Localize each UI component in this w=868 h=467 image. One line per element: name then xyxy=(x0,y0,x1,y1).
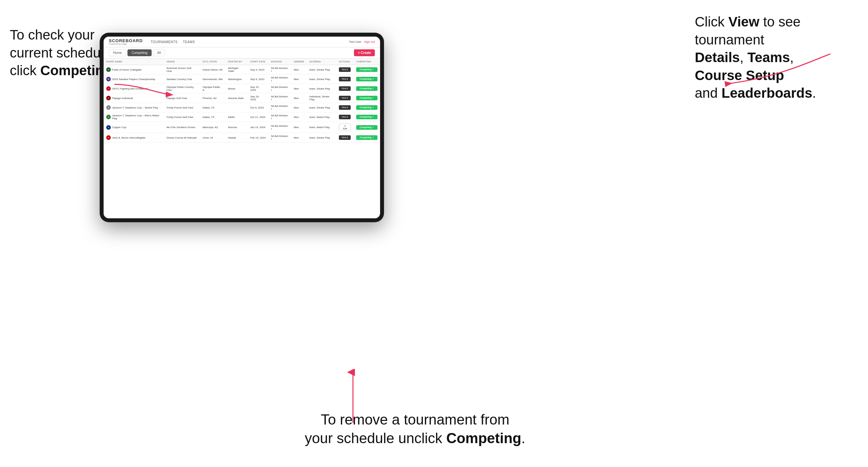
cell-gender: Men xyxy=(291,65,307,74)
table-row: H John A. Burns Intercollegiate Ocean Co… xyxy=(103,133,380,143)
cell-start-date: Oct 9, 2023 xyxy=(248,103,268,113)
cell-gender: Men xyxy=(291,103,307,113)
cell-hosted-by: Washington xyxy=(225,74,248,84)
cell-competing: Competing ✓ xyxy=(353,84,380,93)
team-icon: I xyxy=(106,86,111,91)
cell-venue: Trinity Forest Golf Club xyxy=(164,113,200,122)
team-icon: J xyxy=(106,105,111,110)
cell-gender: Men xyxy=(291,74,307,84)
competing-button[interactable]: Competing ✓ xyxy=(356,135,377,140)
cell-start-date: Feb 15, 2024 xyxy=(248,133,268,143)
nav-tournaments[interactable]: TOURNAMENTS xyxy=(151,40,178,44)
cell-hosted-by: Illinois xyxy=(225,84,248,93)
col-venue: VENUE xyxy=(164,59,200,65)
col-actions: ACTIONS xyxy=(336,59,354,65)
cell-scoring: team, Match Play xyxy=(307,113,336,122)
event-name-text: John A. Burns Intercollegiate xyxy=(112,136,146,139)
cell-actions: View ℹ xyxy=(336,74,354,84)
cell-city-state: Grand Haven, MI xyxy=(200,65,225,74)
cell-start-date: Sep 4, 2023 xyxy=(248,65,268,74)
nav-links: TOURNAMENTS TEAMS xyxy=(151,40,195,44)
annotation-top-right: Click View to see tournament Details, Te… xyxy=(695,13,858,102)
competing-button[interactable]: Competing ✓ xyxy=(356,77,377,82)
team-icon: W xyxy=(106,77,111,82)
table-header-row: EVENT NAME VENUE CITY, STATE HOSTED BY S… xyxy=(103,59,380,65)
cell-hosted-by: Arizona State xyxy=(225,93,248,103)
cell-gender: Men xyxy=(291,122,307,133)
cell-scoring: team, Stroke Play xyxy=(307,103,336,113)
team-icon: S xyxy=(106,67,111,72)
table-row: J Jackson T. Stephens Cup – Stroke Play … xyxy=(103,103,380,113)
cell-event-name: J Jackson T. Stephens Cup – Stroke Play xyxy=(103,103,164,113)
team-icon: H xyxy=(106,135,111,140)
competing-button[interactable]: Competing ✓ xyxy=(356,105,377,110)
cell-venue: American Dunes Golf Club xyxy=(164,65,200,74)
tab-all[interactable]: All xyxy=(153,49,165,56)
cell-venue: Papago Golf Club xyxy=(164,93,200,103)
event-name-text: Folds of Honor Collegiate xyxy=(112,68,142,71)
cell-hosted-by: Hawaii xyxy=(225,133,248,143)
cell-gender: Men xyxy=(291,133,307,143)
col-competing: COMPETING xyxy=(353,59,380,65)
cell-city-state: Sammamish, WA xyxy=(200,74,225,84)
cell-city-state: Phoenix, AZ xyxy=(200,93,225,103)
cell-gender: Men xyxy=(291,113,307,122)
team-icon: J xyxy=(106,115,111,119)
cell-scoring: team, Stroke Play xyxy=(307,65,336,74)
tablet-screen: SCOREBOARD Powered by clippi TOURNAMENTS… xyxy=(103,37,380,218)
competing-button[interactable]: Competing ✓ xyxy=(356,115,377,119)
cell-competing: Competing ✓ xyxy=(353,103,380,113)
cell-venue: Sahalee Country Club xyxy=(164,74,200,84)
col-city-state: CITY, STATE xyxy=(200,59,225,65)
view-button[interactable]: View ℹ xyxy=(339,67,351,72)
cell-city-state: Dallas, TX xyxy=(200,103,225,113)
edit-button[interactable]: ✏ Edit xyxy=(339,124,351,131)
create-button[interactable]: + Create xyxy=(354,49,375,56)
col-start-date: START DATE xyxy=(248,59,268,65)
cell-competing: Competing ✓ xyxy=(353,93,380,103)
cell-city-state: Lihue, HI xyxy=(200,133,225,143)
cell-start-date: Sep 15, 2023 xyxy=(248,84,268,93)
event-name-text: 2023 Sahalee Players Championship xyxy=(112,78,155,81)
view-button[interactable]: View ℹ xyxy=(339,115,351,119)
cell-hosted-by: Arizona xyxy=(225,122,248,133)
cell-competing: Competing ✓ xyxy=(353,74,380,84)
cell-division: NCAA Division I xyxy=(268,113,291,122)
cell-division: NCAA Division I xyxy=(268,122,291,133)
event-name-text: Jackson T. Stephens Cup – Stroke Play xyxy=(112,106,158,109)
cell-actions: View ℹ xyxy=(336,103,354,113)
view-button[interactable]: View ℹ xyxy=(339,86,351,91)
filters-bar: Home Competing All + Create xyxy=(103,48,380,59)
competing-button[interactable]: Competing ✓ xyxy=(356,67,377,72)
tab-competing[interactable]: Competing xyxy=(127,49,152,56)
table-row: A Copper Cup Ak-Chin Southern DunesMaric… xyxy=(103,122,380,133)
cell-division: NCAA Division I xyxy=(268,65,291,74)
view-button[interactable]: View ℹ xyxy=(339,105,351,110)
cell-competing: Competing ✓ xyxy=(353,122,380,133)
cell-venue: Trinity Forest Golf Club xyxy=(164,103,200,113)
cell-event-name: A Copper Cup xyxy=(103,122,164,133)
user-label: Test User xyxy=(349,40,362,43)
tab-home[interactable]: Home xyxy=(109,49,126,56)
cell-division: NCAA Division I xyxy=(268,103,291,113)
cell-scoring: team, Stroke Play xyxy=(307,74,336,84)
cell-start-date: Jan 14, 2024 xyxy=(248,122,268,133)
view-button[interactable]: View ℹ xyxy=(339,77,351,82)
competing-button[interactable]: Competing ✓ xyxy=(356,125,377,130)
cell-hosted-by: Michigan State xyxy=(225,65,248,74)
cell-city-state: Olympia Fields, IL xyxy=(200,84,225,93)
cell-event-name: A Papago Individual xyxy=(103,93,164,103)
powered-by-label: Powered by clippi xyxy=(109,43,143,45)
cell-division: NCAA Division I xyxy=(268,93,291,103)
competing-button[interactable]: Competing ✓ xyxy=(356,96,377,100)
tablet-device: SCOREBOARD Powered by clippi TOURNAMENTS… xyxy=(100,33,384,222)
scoreboard-logo: SCOREBOARD Powered by clippi xyxy=(109,38,143,45)
col-division: DIVISION xyxy=(268,59,291,65)
view-button[interactable]: View ℹ xyxy=(339,96,351,100)
signout-link[interactable]: Sign out xyxy=(364,40,375,43)
cell-actions: View ℹ xyxy=(336,65,354,74)
nav-teams[interactable]: TEAMS xyxy=(183,40,195,44)
competing-button[interactable]: Competing ✓ xyxy=(356,86,377,91)
cell-event-name: S Folds of Honor Collegiate xyxy=(103,65,164,74)
view-button[interactable]: View ℹ xyxy=(339,135,351,140)
